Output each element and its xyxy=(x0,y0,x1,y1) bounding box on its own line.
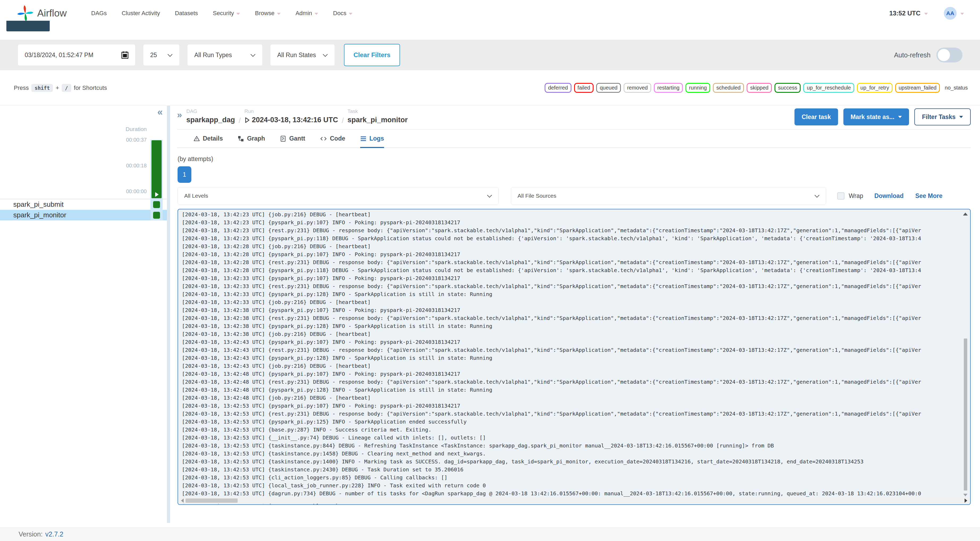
state-legend-badge[interactable]: scheduled xyxy=(713,83,744,93)
breadcrumb-task-value[interactable]: spark_pi_monitor xyxy=(347,116,408,124)
duration-tick: 00:00:00 xyxy=(126,188,147,194)
chevron-down-icon xyxy=(250,52,255,57)
horizontal-scrollbar[interactable] xyxy=(179,497,970,504)
log-line: [2024-03-18, 13:42:38 UTC] {job.py:216} … xyxy=(182,330,958,338)
airflow-logo-icon xyxy=(17,5,33,22)
filter-tasks-button[interactable]: Filter Tasks xyxy=(914,108,971,126)
log-line: [2024-03-18, 13:42:33 UTC] {rest.py:231}… xyxy=(182,282,958,290)
vertical-scrollbar[interactable] xyxy=(961,210,970,497)
nav-item-dags[interactable]: DAGs xyxy=(91,10,107,17)
state-legend-badge[interactable]: upstream_failed xyxy=(895,83,940,93)
vertical-scrollbar-thumb[interactable] xyxy=(964,339,967,490)
nav-item-security[interactable]: Security xyxy=(213,10,240,17)
log-output-box[interactable]: [2024-03-18, 13:42:23 UTC] {job.py:216} … xyxy=(178,209,971,505)
auto-refresh-toggle[interactable] xyxy=(936,48,963,62)
log-line: [2024-03-18, 13:42:53 UTC] {cli_action_l… xyxy=(182,474,958,482)
state-legend-badge[interactable]: removed xyxy=(624,83,651,93)
nav-item-browse[interactable]: Browse xyxy=(255,10,280,17)
state-legend-badge[interactable]: deferred xyxy=(545,83,571,93)
task-row-spark-pi-monitor[interactable]: spark_pi_monitor xyxy=(0,210,167,221)
nav-item-datasets[interactable]: Datasets xyxy=(175,10,198,17)
state-legend: deferred failed queued removed restartin… xyxy=(545,83,968,93)
chevron-down-icon xyxy=(924,13,928,15)
footer: Version: v2.7.2 xyxy=(0,527,980,541)
play-outline-icon xyxy=(245,117,250,123)
breadcrumb-run-value[interactable]: 2024-03-18, 13:42:16 UTC xyxy=(245,116,338,124)
version-link[interactable]: v2.7.2 xyxy=(45,530,63,538)
log-line: [2024-03-18, 13:42:43 UTC] {pyspark_pi.p… xyxy=(182,354,958,362)
avatar[interactable]: AA xyxy=(944,7,957,20)
scroll-left-arrow-icon[interactable] xyxy=(181,498,184,503)
breadcrumb-dag-value[interactable]: sparkapp_dag xyxy=(186,116,235,124)
expand-panel-icon[interactable]: » xyxy=(177,110,182,119)
scroll-right-arrow-icon[interactable] xyxy=(964,498,967,503)
tab-code[interactable]: Code xyxy=(320,135,345,148)
run-duration-bar[interactable] xyxy=(151,140,162,198)
state-legend-badge[interactable]: failed xyxy=(574,83,594,93)
log-line: [2024-03-18, 13:42:53 UTC] {taskinstance… xyxy=(182,458,958,466)
horizontal-scrollbar-thumb[interactable] xyxy=(186,498,238,503)
tab-gantt[interactable]: Gantt xyxy=(280,135,305,148)
filter-bar: 03/18/2024, 01:52:47 PM 25 All Run Types… xyxy=(0,40,980,70)
collapse-sidebar-icon[interactable]: « xyxy=(158,107,163,117)
attempt-1-button[interactable]: 1 xyxy=(178,166,191,183)
graph-icon xyxy=(238,135,244,142)
scroll-up-arrow-icon[interactable] xyxy=(963,213,968,215)
log-line: [2024-03-18, 13:42:53 UTC] {__init__.py:… xyxy=(182,434,958,442)
state-legend-badge[interactable]: up_for_reschedule xyxy=(803,83,854,93)
log-line: [2024-03-18, 13:42:53 UTC] {pyspark_pi.p… xyxy=(182,418,958,426)
log-lines: [2024-03-18, 13:42:23 UTC] {job.py:216} … xyxy=(178,209,970,505)
wrap-label[interactable]: Wrap xyxy=(849,193,863,200)
file-source-select[interactable]: All File Sources xyxy=(511,187,826,205)
by-attempts-label: (by attempts) xyxy=(178,156,971,162)
log-line: [2024-03-18, 13:42:23 UTC] {pyspark_pi.p… xyxy=(182,218,958,226)
chevron-down-icon xyxy=(960,13,964,15)
tab-graph[interactable]: Graph xyxy=(238,135,265,148)
state-legend-badge[interactable]: skipped xyxy=(747,83,772,93)
panel-divider[interactable] xyxy=(167,106,170,523)
state-legend-badge[interactable]: running xyxy=(686,83,710,93)
log-line: [2024-03-18, 13:42:53 UTC] {dagrun.py:73… xyxy=(182,490,958,497)
state-legend-badge[interactable]: up_for_retry xyxy=(857,83,892,93)
chevron-down-icon xyxy=(277,13,281,15)
tab-logs[interactable]: Logs xyxy=(360,135,384,148)
task-state-success-square[interactable] xyxy=(153,212,160,219)
state-legend-badge[interactable]: success xyxy=(775,83,800,93)
clear-filters-button[interactable]: Clear Filters xyxy=(344,44,400,66)
chevron-down-icon xyxy=(167,52,172,57)
log-line: [2024-03-18, 13:42:33 UTC] {pyspark_pi.p… xyxy=(182,274,958,282)
mark-state-as-button[interactable]: Mark state as... xyxy=(843,108,909,126)
clear-task-button[interactable]: Clear task xyxy=(794,108,838,126)
duration-tick: 00:00:37 xyxy=(126,137,147,143)
state-legend-no-status[interactable]: no_status xyxy=(945,85,968,91)
task-row-spark-pi-submit[interactable]: spark_pi_submit xyxy=(0,199,167,210)
breadcrumb-dag-label: DAG xyxy=(186,108,235,114)
airflow-brand[interactable]: Airflow xyxy=(17,5,67,22)
breadcrumb-run-label: Run xyxy=(245,108,338,114)
run-states-select[interactable]: All Run States xyxy=(270,44,335,66)
log-line: [2024-03-18, 13:42:53 UTC] {taskinstance… xyxy=(182,466,958,474)
state-legend-badge[interactable]: queued xyxy=(596,83,621,93)
see-more-link[interactable]: See More xyxy=(915,193,942,200)
wrap-checkbox[interactable] xyxy=(837,193,845,200)
chevron-down-icon xyxy=(315,13,318,15)
state-legend-badge[interactable]: restarting xyxy=(654,83,683,93)
base-date-input[interactable]: 03/18/2024, 01:52:47 PM xyxy=(18,44,135,66)
nav-menu: DAGs Cluster Activity Datasets Security … xyxy=(91,10,352,17)
selected-run-column[interactable] xyxy=(150,140,163,199)
download-link[interactable]: Download xyxy=(875,193,904,200)
run-types-select[interactable]: All Run Types xyxy=(187,44,262,66)
timezone-selector[interactable]: 13:52 UTC xyxy=(889,10,928,17)
breadcrumb-task-label: Task xyxy=(347,108,408,114)
nav-item-cluster-activity[interactable]: Cluster Activity xyxy=(122,10,160,17)
nav-item-docs[interactable]: Docs xyxy=(333,10,352,17)
nav-item-admin[interactable]: Admin xyxy=(296,10,318,17)
log-level-select[interactable]: All Levels xyxy=(178,187,499,205)
tab-details[interactable]: Details xyxy=(194,135,223,148)
scroll-down-arrow-icon[interactable] xyxy=(963,494,967,496)
user-menu[interactable]: AA xyxy=(944,7,964,20)
log-line: [2024-03-18, 13:42:28 UTC] {pyspark_pi.p… xyxy=(182,266,958,274)
cutoff-grid-button[interactable] xyxy=(6,21,50,31)
page-size-select[interactable]: 25 xyxy=(143,44,180,66)
task-state-success-square[interactable] xyxy=(153,201,160,208)
